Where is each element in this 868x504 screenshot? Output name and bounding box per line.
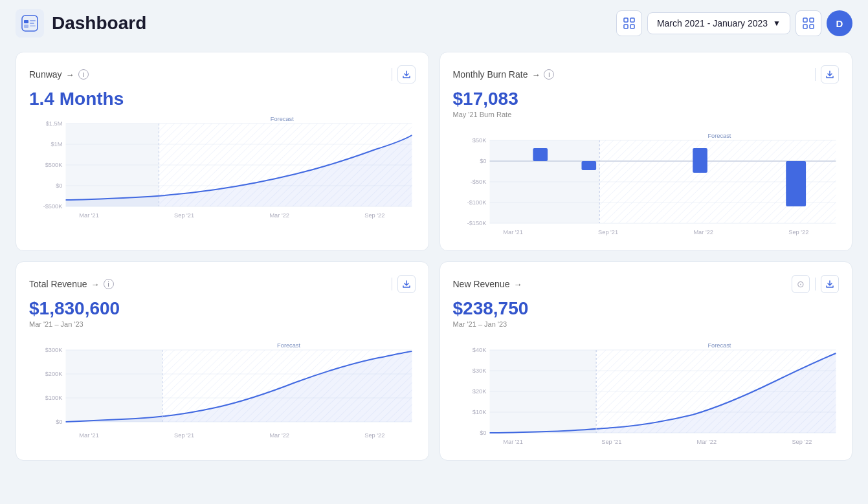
svg-rect-10	[803, 18, 807, 22]
date-range-text: March 2021 - January 2023	[657, 18, 768, 28]
svg-rect-8	[624, 25, 628, 28]
burn-rate-info-icon[interactable]: i	[544, 69, 554, 80]
dashboard-grid: Runway → i 1.4 Months	[0, 47, 868, 476]
new-revenue-arrow-icon: →	[513, 279, 522, 289]
svg-rect-3	[30, 20, 36, 21]
svg-text:$100K: $100K	[45, 395, 63, 401]
avatar[interactable]: D	[827, 10, 852, 36]
burn-rate-download-button[interactable]	[821, 65, 839, 83]
page-title: Dashboard	[52, 13, 608, 34]
svg-text:Mar '22: Mar '22	[696, 439, 717, 445]
svg-rect-7	[630, 18, 634, 22]
svg-rect-13	[810, 25, 814, 28]
new-revenue-title: New Revenue	[453, 279, 510, 289]
svg-text:$0: $0	[480, 158, 486, 164]
svg-text:Forecast: Forecast	[707, 342, 731, 349]
svg-text:$1M: $1M	[50, 141, 62, 148]
svg-text:$0: $0	[56, 419, 62, 425]
total-revenue-title: Total Revenue	[29, 279, 87, 289]
svg-text:Mar '21: Mar '21	[79, 432, 99, 439]
date-range-button[interactable]: March 2021 - January 2023 ▼	[647, 12, 790, 34]
svg-text:$500K: $500K	[45, 162, 63, 168]
svg-rect-1	[24, 20, 28, 23]
total-revenue-card-actions	[392, 275, 416, 293]
export-button[interactable]	[796, 10, 821, 36]
svg-rect-50	[533, 148, 548, 161]
svg-text:Sep '21: Sep '21	[601, 439, 621, 445]
svg-rect-9	[630, 25, 634, 28]
svg-text:$1.5M: $1.5M	[46, 120, 63, 127]
burn-rate-value: $17,083	[453, 89, 840, 109]
runway-info-icon[interactable]: i	[78, 69, 89, 80]
burn-rate-card-header: Monthly Burn Rate → i	[453, 65, 840, 83]
total-revenue-value: $1,830,600	[29, 298, 416, 319]
new-revenue-title-group: New Revenue →	[453, 279, 522, 289]
svg-rect-12	[803, 25, 807, 28]
total-revenue-card: Total Revenue → i $1,830,600 Mar '21 – J…	[16, 261, 429, 461]
svg-rect-91	[489, 350, 596, 433]
total-revenue-divider	[392, 278, 392, 290]
total-revenue-info-icon[interactable]: i	[104, 279, 114, 289]
new-revenue-card: New Revenue → ⊙ $238,750 Mar '21 – Jan '…	[440, 261, 853, 461]
svg-rect-28	[66, 124, 159, 206]
runway-arrow-icon: →	[66, 70, 74, 80]
svg-text:Mar '22: Mar '22	[269, 212, 289, 219]
svg-rect-51	[581, 161, 596, 170]
runway-download-button[interactable]	[397, 65, 416, 83]
svg-rect-11	[810, 18, 814, 22]
table-view-button[interactable]	[616, 10, 642, 36]
svg-text:$50K: $50K	[472, 137, 486, 144]
burn-rate-arrow-icon: →	[531, 70, 540, 80]
runway-card: Runway → i 1.4 Months	[16, 52, 429, 251]
total-revenue-title-group: Total Revenue → i	[29, 279, 114, 289]
svg-text:Sep '21: Sep '21	[174, 212, 194, 219]
burn-rate-subtitle: May '21 Burn Rate	[453, 111, 840, 118]
burn-rate-title-group: Monthly Burn Rate → i	[453, 69, 555, 80]
total-revenue-arrow-icon: →	[91, 279, 100, 289]
svg-text:Sep '22: Sep '22	[792, 439, 812, 445]
svg-rect-53	[786, 161, 806, 206]
svg-text:Mar '21: Mar '21	[79, 212, 99, 219]
runway-divider	[392, 68, 392, 81]
svg-text:-$50K: -$50K	[470, 179, 486, 185]
svg-text:Sep '21: Sep '21	[598, 229, 618, 236]
svg-text:Sep '21: Sep '21	[174, 432, 194, 439]
new-revenue-download-button[interactable]	[821, 275, 839, 293]
burn-rate-card-actions	[815, 65, 839, 83]
app-logo	[16, 9, 44, 38]
svg-text:Sep '22: Sep '22	[364, 432, 384, 439]
svg-text:Sep '22: Sep '22	[364, 212, 384, 219]
svg-text:$0: $0	[480, 430, 486, 436]
svg-text:Sep '22: Sep '22	[788, 229, 808, 236]
new-revenue-divider	[815, 278, 816, 290]
svg-rect-5	[30, 25, 36, 27]
header: Dashboard March 2021 - January 2023 ▼ D	[0, 0, 868, 47]
burn-rate-card: Monthly Burn Rate → i $17,083 May '21 Bu…	[440, 52, 853, 251]
new-revenue-subtitle: Mar '21 – Jan '23	[453, 320, 840, 328]
svg-text:Mar '21: Mar '21	[503, 439, 523, 445]
total-revenue-chart: $300K $200K $100K $0 Forecast	[29, 337, 416, 447]
total-revenue-download-button[interactable]	[397, 275, 416, 293]
svg-text:$0: $0	[56, 182, 62, 189]
svg-text:-$150K: -$150K	[467, 220, 486, 226]
header-actions: March 2021 - January 2023 ▼ D	[616, 10, 852, 36]
svg-text:$10K: $10K	[472, 409, 486, 415]
svg-text:-$500K: -$500K	[43, 203, 63, 210]
runway-title-group: Runway → i	[29, 69, 89, 80]
burn-rate-divider	[815, 68, 816, 81]
chevron-down-icon: ▼	[773, 19, 781, 28]
runway-chart: $1.5M $1M $500K $0 -$500K Forecast	[29, 111, 416, 221]
new-revenue-settings-button[interactable]: ⊙	[792, 275, 810, 293]
svg-rect-71	[66, 350, 162, 422]
svg-text:-$100K: -$100K	[467, 199, 486, 206]
runway-title: Runway	[29, 69, 62, 80]
svg-text:$30K: $30K	[472, 367, 486, 374]
svg-text:Forecast: Forecast	[707, 133, 731, 139]
svg-text:Forecast: Forecast	[271, 116, 294, 122]
burn-rate-title: Monthly Burn Rate	[453, 69, 528, 80]
runway-value: 1.4 Months	[29, 89, 416, 109]
svg-text:$200K: $200K	[45, 371, 63, 377]
svg-text:$40K: $40K	[472, 347, 486, 353]
svg-rect-52	[693, 148, 707, 173]
svg-text:$300K: $300K	[45, 347, 63, 353]
